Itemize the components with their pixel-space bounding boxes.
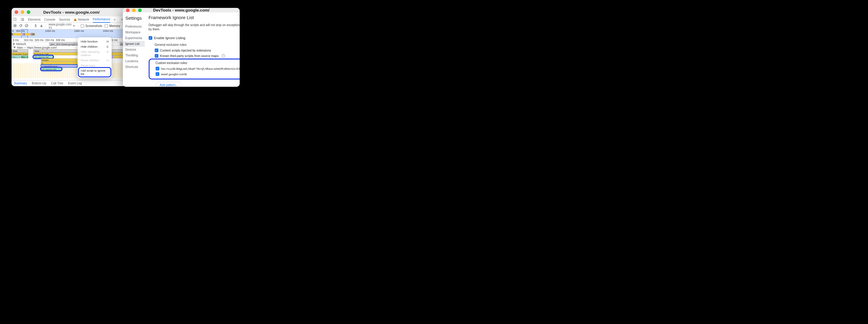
record-icon[interactable] — [13, 24, 17, 28]
window-titlebar[interactable]: DevTools - www.google.com/ — [123, 8, 240, 12]
zoom-icon[interactable] — [138, 8, 142, 12]
flame-ignored-highlighted[interactable]: On ignore list — [33, 56, 53, 58]
warning-icon — [74, 18, 77, 21]
devtools-window-performance: DevTools - www.google.com/ Elements Cons… — [11, 8, 131, 86]
custom-rule-2[interactable]: www\.google\.com\b — [156, 71, 240, 77]
context-menu: Hide functionH Hide childrenC Hide repea… — [78, 37, 112, 78]
tab-elements[interactable]: Elements — [28, 18, 41, 21]
devtools-window-settings: DevTools - www.google.com/ Settings Pref… — [123, 8, 240, 87]
menu-hide-children[interactable]: Hide childrenC — [78, 44, 112, 49]
screenshots-checkbox[interactable]: Screenshots — [81, 24, 102, 28]
menu-add-ignore-list-highlighted[interactable]: Add script to ignore list — [79, 68, 111, 76]
clear-icon[interactable] — [25, 24, 28, 28]
sidebar-item-throttling[interactable]: Throttling — [123, 53, 145, 58]
general-rules-label: General exclusion rules: — [155, 43, 240, 46]
panel-heading: Framework Ignore List — [149, 15, 240, 20]
panel-description: Debugger will skip through the scripts a… — [149, 23, 240, 32]
custom-rule-1[interactable]: /ee=ALeJib:B8gLwd;AfeaP:TkrAjf;Afksuc:wM… — [156, 66, 240, 71]
flame-evaluate-script[interactable]: Evaluate Script — [11, 53, 28, 55]
window-title: DevTools - www.google.com/ — [153, 8, 209, 12]
menu-hide-repeating: Hide repeating childrenR — [78, 49, 112, 58]
tab-network[interactable]: Network — [74, 18, 89, 21]
svg-point-5 — [14, 25, 16, 26]
panel-tabstrip: Elements Console Sources Network Perform… — [11, 17, 131, 23]
tab-sources[interactable]: Sources — [59, 18, 70, 21]
sidebar-item-preferences[interactable]: Preferences — [123, 24, 145, 29]
sidebar-item-devices[interactable]: Devices — [123, 47, 145, 53]
overview-ticks: 4 ms 994 ms 1494 ms 1994 ms 2494 ms — [11, 29, 131, 32]
expand-icon — [13, 43, 15, 45]
minimize-icon[interactable] — [21, 10, 24, 14]
window-title: DevTools - www.google.com/ — [43, 10, 99, 14]
zoom-icon[interactable] — [27, 10, 30, 14]
details-tabstrip: Summary Bottom-Up Call Tree Event Log — [11, 80, 131, 86]
flame-function-call[interactable]: Function Call — [33, 53, 80, 55]
menu-hide-function[interactable]: Hide functionH — [78, 39, 112, 44]
flame-c[interactable]: c — [41, 62, 78, 64]
settings-title: Settings — [123, 14, 145, 24]
content-scripts-checkbox[interactable]: Content scripts injected by extensions — [155, 47, 240, 53]
device-icon[interactable] — [21, 18, 24, 21]
help-icon[interactable]: ? — [221, 54, 225, 58]
checkbox-checked-icon — [156, 67, 159, 70]
custom-rules-highlighted: Custom exclusion rules: /ee=ALeJib:B8gLw… — [149, 59, 240, 79]
timeline-overview[interactable]: 4 ms 994 ms 1494 ms 1994 ms 2494 ms CPU … — [11, 29, 131, 38]
flame-trigger[interactable]: trigger — [41, 59, 78, 61]
upload-icon[interactable] — [34, 24, 37, 28]
recording-selector[interactable]: www.google.com #1▼ — [49, 23, 75, 29]
third-party-scripts-checkbox[interactable]: Known third-party scripts from source ma… — [155, 53, 240, 59]
sidebar-item-ignore-list[interactable]: Ignore List — [123, 41, 145, 47]
network-track-header[interactable]: Network gen_204 (www.google.com) client_ — [11, 42, 131, 46]
checkbox-checked-icon — [149, 36, 152, 40]
perf-toolbar: | | www.google.com #1▼ | Screenshots Mem… — [11, 23, 131, 29]
sidebar-item-locations[interactable]: Locations — [123, 58, 145, 64]
tab-event-log[interactable]: Event Log — [68, 82, 82, 85]
tab-summary[interactable]: Summary — [14, 82, 27, 85]
traffic-lights[interactable] — [126, 8, 142, 12]
checkbox-checked-icon — [156, 72, 159, 76]
flame-bar[interactable] — [114, 56, 123, 58]
close-icon[interactable] — [14, 10, 18, 14]
enable-ignore-listing-checkbox[interactable]: Enable Ignore Listing — [149, 35, 240, 41]
checkbox-checked-icon — [155, 54, 158, 58]
sidebar-item-shortcuts[interactable]: Shortcuts — [123, 64, 145, 70]
checkbox-checked-icon — [155, 48, 158, 52]
flame-run[interactable]: Ru…s — [21, 56, 28, 58]
flame-ignored[interactable]: On i…list — [11, 56, 20, 58]
menu-reset-children: Reset childrenU — [78, 58, 112, 63]
settings-panel: ✕ Framework Ignore List Debugger will sk… — [145, 12, 240, 87]
more-tabs-icon[interactable]: » — [114, 18, 116, 21]
sidebar-item-experiments[interactable]: Experiments — [123, 35, 145, 41]
inspect-icon[interactable] — [13, 18, 17, 21]
tab-call-tree[interactable]: Call Tree — [51, 82, 63, 85]
add-pattern-button[interactable]: Add pattern... — [156, 82, 182, 87]
memory-checkbox[interactable]: Memory — [105, 24, 120, 28]
flame-chart[interactable]: Task Task Evaluate Script Function Call … — [11, 50, 131, 79]
overview-minimap — [11, 32, 131, 35]
time-ruler[interactable]: 9 ms 324 ms 329 ms 334 ms 339 ms 359 ms … — [11, 38, 131, 42]
settings-sidebar: Settings Preferences Workspace Experimen… — [123, 12, 145, 87]
minimize-icon[interactable] — [132, 8, 135, 12]
custom-rules-label: Custom exclusion rules: — [156, 61, 240, 65]
traffic-lights[interactable] — [14, 10, 30, 14]
tab-console[interactable]: Console — [44, 18, 56, 21]
window-titlebar[interactable]: DevTools - www.google.com/ — [11, 8, 131, 17]
download-icon[interactable] — [40, 24, 43, 28]
close-icon[interactable] — [126, 8, 129, 12]
collapse-icon — [13, 47, 16, 48]
reload-icon[interactable] — [19, 24, 23, 28]
tab-performance[interactable]: Performance — [93, 17, 110, 23]
tab-bottom-up[interactable]: Bottom-Up — [32, 82, 46, 85]
menu-reset-trace: Reset trace — [78, 63, 112, 68]
sidebar-item-workspace[interactable]: Workspace — [123, 29, 145, 35]
main-track-header[interactable]: Main — https://www.google.com/ — [11, 46, 131, 50]
flame-handle-event-selected[interactable]: z.handleEvent — [41, 65, 78, 67]
flame-task[interactable]: Task — [11, 50, 28, 52]
flame-ignored-highlighted-2[interactable]: On ignore list — [41, 68, 62, 70]
